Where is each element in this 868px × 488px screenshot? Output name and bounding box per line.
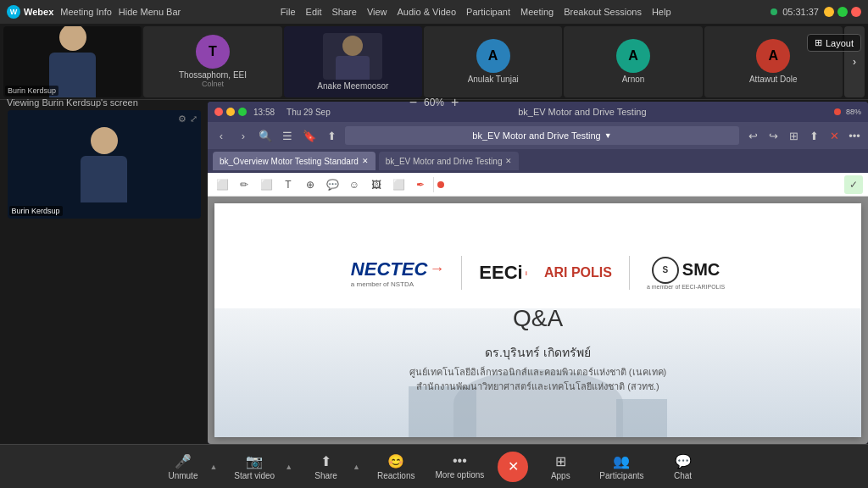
apps-btn[interactable]: ⊞ Apps [535, 450, 586, 484]
webex-logo: W Webex [7, 5, 53, 19]
browser-close-dot[interactable] [214, 108, 223, 116]
apps-icon: ⊞ [555, 453, 566, 469]
anno-emoji-icon[interactable]: ☺ [345, 175, 364, 194]
anno-image-icon[interactable]: 🖼 [367, 175, 386, 194]
participant-thumb-arnon[interactable]: A Arnon [564, 26, 702, 97]
menu-bar: File Edit Share View Audio & Video Parti… [281, 7, 671, 17]
browser-min-dot[interactable] [226, 108, 235, 116]
participants-btn[interactable]: 👥 Participants [593, 450, 650, 484]
menu-share[interactable]: Share [332, 7, 357, 17]
anno-comment-icon[interactable]: 💬 [323, 175, 342, 194]
side-icon-settings[interactable]: ⚙ [178, 114, 186, 125]
start-video-btn-group: 📷 Start video ▲ [227, 450, 296, 484]
layout-label: Layout [826, 38, 854, 48]
anno-stamp-icon[interactable]: ✓ [844, 175, 863, 194]
zoom-out-btn[interactable]: − [409, 95, 417, 110]
pdf-more-icon[interactable]: ••• [846, 127, 863, 144]
zoom-in-btn[interactable]: + [451, 95, 459, 110]
unmute-label: Unmute [168, 471, 198, 480]
pdf-list-icon[interactable]: ☰ [279, 127, 296, 144]
share-btn[interactable]: ⬆ Share [303, 450, 349, 484]
browser-max-dot[interactable] [238, 108, 247, 116]
menu-edit[interactable]: Edit [306, 7, 322, 17]
more-options-btn[interactable]: ••• More options [428, 450, 491, 483]
menu-participant[interactable]: Participant [466, 7, 510, 17]
anno-sticker-icon[interactable]: ⬜ [389, 175, 408, 194]
minimize-btn[interactable] [824, 7, 834, 17]
participant-name-arnon: Arnon [622, 75, 645, 84]
pdf-bookmark-icon[interactable]: 🔖 [301, 127, 318, 144]
browser-dots [214, 108, 247, 116]
presenter-org-2: สำนักงานพัฒนาวิทยาศาสตร์และเทคโนโลยีแห่ง… [409, 380, 666, 394]
end-call-btn[interactable]: ✕ [498, 452, 528, 482]
browser-wifi-icon [834, 108, 841, 115]
aripolis-text: ARI POLIS [544, 265, 612, 280]
participant-thumb-anake[interactable]: Anake Meemoosor [284, 26, 422, 97]
logo-sep-1 [461, 256, 462, 290]
anno-eraser-icon[interactable]: ⬜ [257, 175, 275, 194]
pdf-grid-icon[interactable]: ⊞ [785, 127, 802, 144]
pdf-forward-btn[interactable]: › [235, 127, 252, 144]
close-btn[interactable] [851, 7, 861, 17]
qa-section: Q&A [513, 305, 563, 332]
pdf-nav-toolbar: ‹ › 🔍 ☰ 🔖 ⬆ bk_EV Motor and Drive Testin… [208, 122, 868, 149]
participant-thumb-thossaphorn[interactable]: T Thossaphorn, EEI Colnet [143, 26, 281, 97]
unmute-btn[interactable]: 🎤 Unmute [159, 450, 206, 484]
menu-meeting[interactable]: Meeting [520, 7, 554, 17]
main-video: ⚙ ⤢ Burin Kerdsup [8, 110, 201, 219]
logo-sep-2 [629, 256, 630, 290]
reactions-btn[interactable]: 😊 Reactions [370, 450, 421, 484]
eeci-text: EECi [479, 262, 522, 284]
top-bar: W Webex Meeting Info Hide Menu Bar File … [0, 0, 868, 24]
clock: 05:31:37 [782, 7, 819, 17]
app-name: Webex [24, 7, 53, 17]
apps-label: Apps [551, 471, 570, 480]
anno-highlight-icon[interactable]: T [279, 175, 298, 194]
menu-file[interactable]: File [281, 7, 296, 17]
pdf-tab2-close[interactable]: ✕ [505, 157, 512, 165]
chat-btn[interactable]: 💬 Chat [658, 450, 709, 484]
menu-view[interactable]: View [367, 7, 387, 17]
share-caret-icon: ▲ [353, 463, 360, 471]
pdf-dropdown-chevron[interactable]: ▼ [604, 131, 612, 140]
pdf-tab1-close[interactable]: ✕ [362, 157, 369, 165]
menu-help[interactable]: Help [652, 7, 671, 17]
share-caret[interactable]: ▲ [349, 450, 364, 484]
unmute-caret[interactable]: ▲ [206, 450, 220, 484]
pdf-redo-icon[interactable]: ↪ [765, 127, 782, 144]
pdf-undo-icon[interactable]: ↩ [744, 127, 761, 144]
anno-shapes-icon[interactable]: ⊕ [301, 175, 320, 194]
unmute-caret-icon: ▲ [209, 463, 217, 471]
pdf-share-icon[interactable]: ⬆ [323, 127, 340, 144]
eeci-dot: i [526, 269, 527, 277]
hide-menu-link[interactable]: Hide Menu Bar [119, 7, 181, 17]
annotation-toolbar: ⬜ ✏ ⬜ T ⊕ 💬 ☺ 🖼 ⬜ ✒ ✓ [208, 173, 868, 197]
participant-thumb-burin[interactable]: Burin Kerdsup [3, 26, 142, 97]
browser-window-title: bk_EV Motor and Drive Testing [518, 107, 646, 117]
meeting-info-link[interactable]: Meeting Info [60, 7, 112, 17]
anno-dot-indicator [437, 181, 444, 188]
anno-select-icon[interactable]: ⬜ [213, 175, 231, 194]
left-panel: ⚙ ⤢ Burin Kerdsup [0, 102, 208, 444]
maximize-btn[interactable] [837, 7, 848, 17]
presenter-thai-name: ดร.บุรินทร์ เกิดทรัพย์ [409, 343, 666, 362]
participant-thumb-anulak[interactable]: A Anulak Tunjai [424, 26, 562, 97]
start-video-label: Start video [234, 471, 275, 480]
pdf-back-btn[interactable]: ‹ [213, 127, 230, 144]
pdf-upload-icon[interactable]: ⬆ [805, 127, 822, 144]
layout-button[interactable]: ⊞ Layout [807, 34, 861, 52]
aripolis-logo: ARI POLIS [544, 265, 612, 280]
pdf-tab-2[interactable]: bk_EV Motor and Drive Testing ✕ [379, 152, 520, 170]
smc-sub: a member of EECI-ARIPOLIS [647, 284, 725, 290]
zoom-level: 60% [424, 97, 444, 108]
anno-pen-icon[interactable]: ✏ [235, 175, 253, 194]
menu-audio-video[interactable]: Audio & Video [398, 7, 457, 17]
pdf-search-icon[interactable]: 🔍 [257, 127, 274, 144]
pdf-close-icon[interactable]: ✕ [826, 127, 843, 144]
menu-breakout[interactable]: Breakout Sessions [564, 7, 642, 17]
start-video-caret[interactable]: ▲ [281, 450, 296, 484]
pdf-tab-1[interactable]: bk_Overview Motor Testing Standard ✕ [213, 152, 376, 170]
anno-draw-icon[interactable]: ✒ [411, 175, 430, 194]
side-icon-expand[interactable]: ⤢ [190, 114, 198, 125]
start-video-btn[interactable]: 📷 Start video [227, 450, 281, 484]
